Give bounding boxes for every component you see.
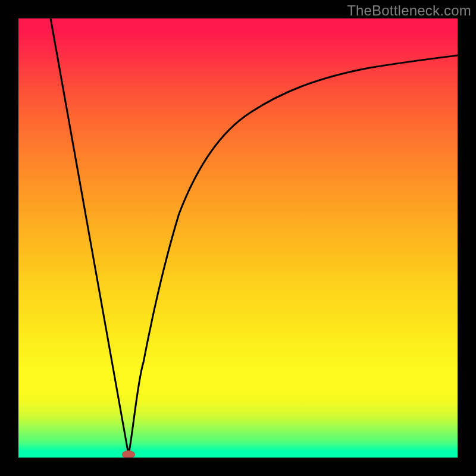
curve-left-segment [51, 18, 129, 455]
attribution-label: TheBottleneck.com [347, 2, 471, 19]
plot-area [18, 18, 458, 458]
curve-right-segment [129, 55, 458, 455]
chart-frame: TheBottleneck.com [0, 0, 476, 476]
minimum-marker [122, 450, 135, 458]
bottleneck-curve [18, 18, 458, 458]
